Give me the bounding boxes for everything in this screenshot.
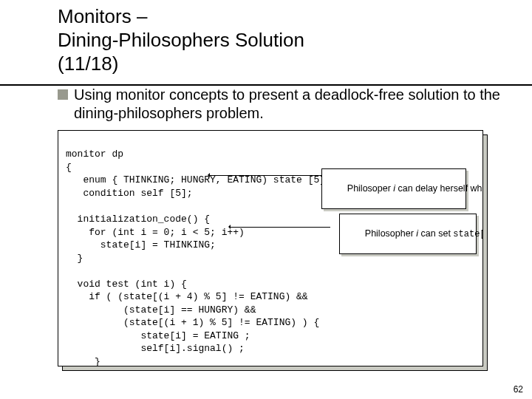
- arrow-icon: [230, 227, 330, 228]
- page-title: Monitors – Dining-Philosophers Solution …: [58, 6, 502, 75]
- arrow-icon: [209, 175, 321, 176]
- annotation-eating: Philosopher i can set state[i]=eating on…: [339, 214, 477, 254]
- title-line1: Monitors –: [58, 6, 502, 28]
- code-box: monitor dp { enum { THINKING; HUNGRY, EA…: [58, 130, 483, 366]
- code-text: monitor dp { enum { THINKING; HUNGRY, EA…: [66, 149, 337, 366]
- bullet-text: Using monitor concepts to present a dead…: [74, 86, 502, 123]
- annotation-delay: Philosoper i can delay herself when she …: [321, 168, 466, 209]
- bullet: Using monitor concepts to present a dead…: [58, 86, 502, 123]
- page-number: 62: [514, 384, 523, 395]
- code-block: monitor dp { enum { THINKING; HUNGRY, EA…: [58, 130, 502, 366]
- title-line3: (11/18): [58, 53, 502, 75]
- bullet-icon: [58, 89, 68, 100]
- divider: [0, 84, 532, 86]
- title-line2: Dining-Philosophers Solution: [58, 30, 502, 52]
